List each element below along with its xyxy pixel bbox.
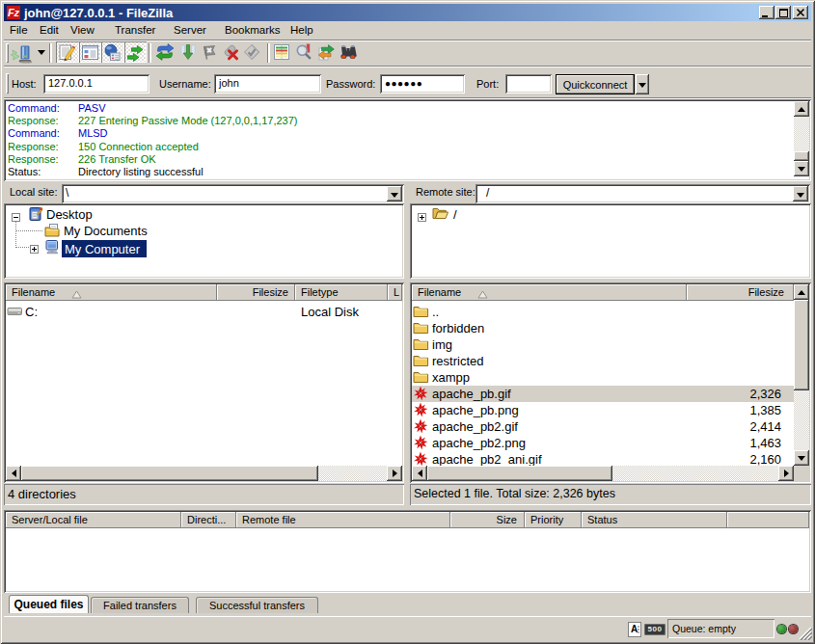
- svg-text:A: A: [631, 624, 638, 634]
